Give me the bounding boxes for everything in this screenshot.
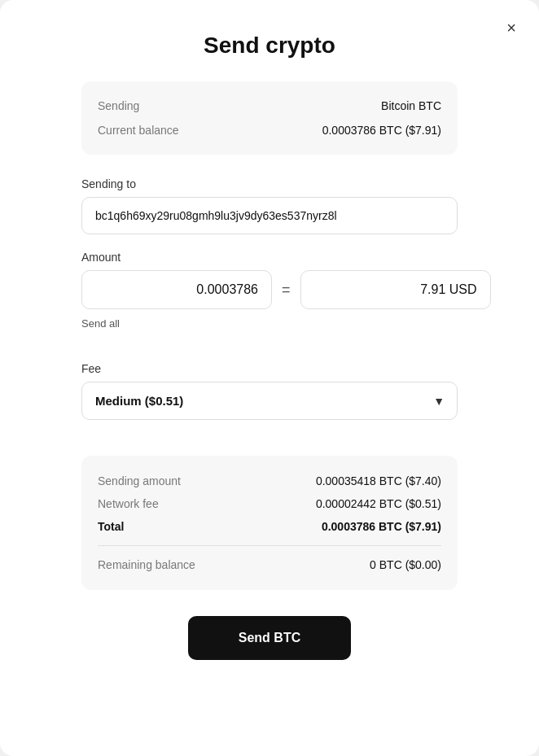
fee-select[interactable]: Slow ($0.20) Medium ($0.51) Fast ($0.90) [81,382,458,420]
summary-remaining-label: Remaining balance [98,558,195,571]
summary-sending-amount-label: Sending amount [98,474,181,487]
summary-row-total: Total 0.0003786 BTC ($7.91) [98,516,441,537]
balance-label: Current balance [98,124,179,137]
amount-row: = [81,270,458,309]
summary-total-label: Total [98,520,124,533]
send-btc-button[interactable]: Send BTC [188,616,351,660]
btc-amount-input[interactable] [81,270,272,309]
sending-label: Sending [98,99,139,112]
usd-amount-input[interactable] [300,270,491,309]
summary-sending-amount-value: 0.00035418 BTC ($7.40) [316,474,441,487]
summary-row-network-fee: Network fee 0.00002442 BTC ($0.51) [98,493,441,514]
info-row-balance: Current balance 0.0003786 BTC ($7.91) [98,120,441,140]
fee-select-wrapper: Slow ($0.20) Medium ($0.51) Fast ($0.90)… [81,382,458,420]
fee-section: Fee Slow ($0.20) Medium ($0.51) Fast ($0… [81,362,458,439]
fee-label: Fee [81,362,458,375]
summary-card: Sending amount 0.00035418 BTC ($7.40) Ne… [81,456,458,590]
summary-row-sending-amount: Sending amount 0.00035418 BTC ($7.40) [98,470,441,492]
amount-label: Amount [81,251,458,264]
address-input[interactable] [81,197,458,234]
summary-network-fee-value: 0.00002442 BTC ($0.51) [316,497,441,510]
sending-to-section: Sending to [81,177,458,234]
modal-title: Send crypto [81,33,458,59]
summary-network-fee-label: Network fee [98,497,159,510]
close-button[interactable]: × [503,16,519,39]
info-row-sending: Sending Bitcoin BTC [98,96,441,116]
balance-value: 0.0003786 BTC ($7.91) [322,124,441,137]
sending-value: Bitcoin BTC [381,99,441,112]
summary-divider [98,545,441,546]
info-card: Sending Bitcoin BTC Current balance 0.00… [81,81,458,155]
amount-section: Amount = Send all [81,251,458,346]
equals-sign: = [282,282,291,299]
sending-to-label: Sending to [81,177,458,190]
summary-remaining-value: 0 BTC ($0.00) [370,558,441,571]
send-all-link[interactable]: Send all [81,317,120,330]
summary-row-remaining: Remaining balance 0 BTC ($0.00) [98,554,441,575]
summary-total-value: 0.0003786 BTC ($7.91) [322,520,441,533]
send-crypto-modal: × Send crypto Sending Bitcoin BTC Curren… [0,0,539,756]
